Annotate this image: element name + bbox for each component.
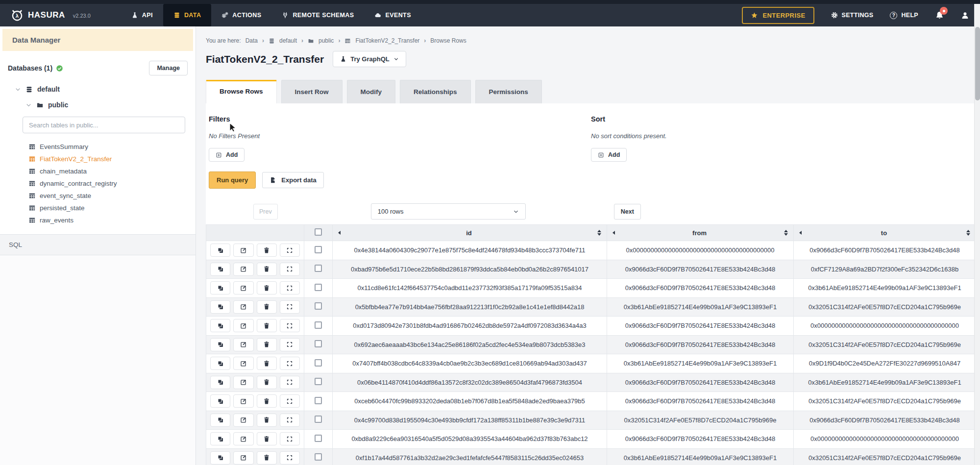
expand-row-button[interactable]: [280, 338, 300, 351]
sort-column-icon[interactable]: [966, 230, 970, 236]
nav-item[interactable]: ACTIONS: [211, 4, 271, 26]
row-checkbox[interactable]: [315, 284, 322, 291]
expand-row-button[interactable]: [280, 300, 300, 314]
collapse-column-icon[interactable]: [799, 231, 802, 235]
run-query-button[interactable]: Run query: [209, 171, 256, 189]
rows-per-page-select[interactable]: 100 rows: [371, 203, 526, 220]
edit-row-button[interactable]: [233, 338, 253, 351]
clone-row-button[interactable]: [210, 244, 230, 257]
export-data-button[interactable]: Export data: [262, 172, 324, 188]
sidebar-table-item[interactable]: dynamic_contract_registry: [0, 177, 196, 190]
breadcrumb-item[interactable]: › public: [301, 37, 334, 44]
delete-row-button[interactable]: [257, 394, 277, 408]
tab[interactable]: Modify: [347, 80, 396, 103]
clone-row-button[interactable]: [210, 451, 230, 465]
row-checkbox[interactable]: [315, 246, 322, 253]
edit-row-button[interactable]: [233, 357, 253, 370]
edit-row-button[interactable]: [233, 394, 253, 408]
help-button[interactable]: ? HELP: [890, 12, 918, 19]
expand-row-button[interactable]: [280, 414, 300, 427]
sidebar-table-item[interactable]: raw_events: [0, 214, 196, 226]
nav-item[interactable]: EVENTS: [364, 4, 421, 26]
delete-row-button[interactable]: [257, 357, 277, 370]
row-checkbox[interactable]: [315, 453, 322, 461]
expand-row-button[interactable]: [280, 281, 300, 294]
chevron-down-icon[interactable]: [25, 102, 32, 108]
edit-row-button[interactable]: [233, 244, 253, 257]
prev-page-button[interactable]: Prev: [253, 204, 278, 220]
delete-row-button[interactable]: [257, 432, 277, 445]
scrollbar-thumb[interactable]: [975, 27, 980, 100]
nav-item[interactable]: REMOTE SCHEMAS: [271, 4, 364, 26]
expand-row-button[interactable]: [280, 244, 300, 257]
sidebar-table-item[interactable]: chain_metadata: [0, 165, 196, 177]
expand-row-button[interactable]: [280, 451, 300, 465]
clone-row-button[interactable]: [210, 357, 230, 370]
collapse-column-icon[interactable]: [612, 231, 615, 235]
page-scrollbar[interactable]: [974, 4, 980, 465]
edit-row-button[interactable]: [233, 432, 253, 445]
row-checkbox[interactable]: [315, 359, 322, 367]
collapse-column-icon[interactable]: [338, 231, 341, 235]
clone-row-button[interactable]: [210, 338, 230, 351]
tab[interactable]: Insert Row: [281, 80, 343, 103]
edit-row-button[interactable]: [233, 376, 253, 389]
row-checkbox[interactable]: [315, 265, 322, 272]
edit-row-button[interactable]: [233, 414, 253, 427]
settings-button[interactable]: SETTINGS: [831, 12, 874, 19]
column-label[interactable]: to: [805, 229, 963, 237]
clone-row-button[interactable]: [210, 394, 230, 408]
expand-row-button[interactable]: [280, 263, 300, 276]
notifications-button[interactable]: [935, 10, 944, 20]
delete-row-button[interactable]: [257, 451, 277, 465]
nav-item[interactable]: DATA: [163, 4, 211, 26]
try-graphql-button[interactable]: Try GraphQL: [333, 51, 406, 67]
database-tree-item[interactable]: default: [15, 85, 188, 93]
manage-button[interactable]: Manage: [149, 61, 188, 75]
enterprise-button[interactable]: ENTERPRISE: [742, 7, 814, 24]
edit-row-button[interactable]: [233, 451, 253, 465]
breadcrumb-item[interactable]: › Browse Rows: [424, 37, 466, 44]
column-label[interactable]: id: [343, 229, 594, 237]
expand-row-button[interactable]: [280, 376, 300, 389]
edit-row-button[interactable]: [233, 300, 253, 314]
user-icon[interactable]: [961, 11, 969, 20]
expand-row-button[interactable]: [280, 394, 300, 408]
row-checkbox[interactable]: [315, 340, 322, 347]
row-checkbox[interactable]: [315, 321, 322, 329]
row-checkbox[interactable]: [315, 397, 322, 404]
expand-row-button[interactable]: [280, 357, 300, 370]
breadcrumb-item[interactable]: › FiatTokenV2_2_Transfer: [338, 37, 419, 44]
clone-row-button[interactable]: [210, 300, 230, 314]
sort-column-icon[interactable]: [784, 230, 788, 236]
edit-row-button[interactable]: [233, 319, 253, 332]
schema-tree-item[interactable]: public: [25, 101, 188, 109]
delete-row-button[interactable]: [257, 338, 277, 351]
tab[interactable]: Browse Rows: [206, 80, 277, 103]
next-page-button[interactable]: Next: [614, 204, 641, 220]
sort-column-icon[interactable]: [597, 230, 601, 236]
tab[interactable]: Relationships: [400, 80, 471, 103]
clone-row-button[interactable]: [210, 432, 230, 445]
select-all-checkbox[interactable]: [315, 228, 322, 236]
breadcrumb-item[interactable]: › Data: [245, 37, 258, 44]
row-checkbox[interactable]: [315, 416, 322, 423]
clone-row-button[interactable]: [210, 281, 230, 294]
sidebar-item-sql[interactable]: SQL: [0, 235, 196, 255]
expand-row-button[interactable]: [280, 319, 300, 332]
expand-row-button[interactable]: [280, 432, 300, 445]
delete-row-button[interactable]: [257, 244, 277, 257]
delete-row-button[interactable]: [257, 376, 277, 389]
add-sort-button[interactable]: Add: [591, 148, 627, 162]
hasura-logo[interactable]: HASURA v2.23.0: [11, 9, 91, 22]
sidebar-table-item[interactable]: persisted_state: [0, 202, 196, 214]
breadcrumb-item[interactable]: › default: [262, 37, 297, 44]
delete-row-button[interactable]: [257, 414, 277, 427]
clone-row-button[interactable]: [210, 263, 230, 276]
tab[interactable]: Permissions: [475, 80, 542, 103]
edit-row-button[interactable]: [233, 263, 253, 276]
chevron-down-icon[interactable]: [15, 86, 21, 93]
delete-row-button[interactable]: [257, 263, 277, 276]
row-checkbox[interactable]: [315, 435, 322, 442]
clone-row-button[interactable]: [210, 376, 230, 389]
